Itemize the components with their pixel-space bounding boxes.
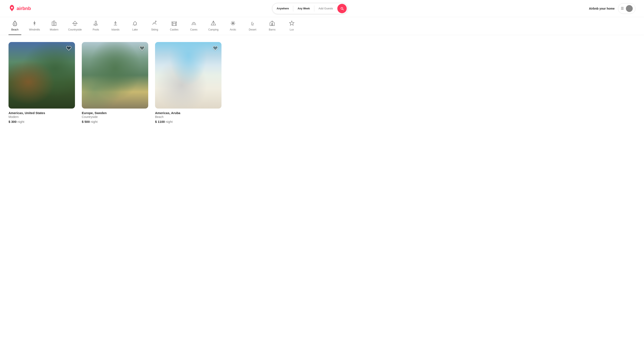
category-label-pools: Pools: [93, 28, 99, 31]
listing-price: $ 1100 night: [155, 120, 222, 123]
arctic-icon: [230, 21, 236, 27]
category-item-modern[interactable]: Modern: [48, 17, 60, 35]
category-label-camping: Camping: [208, 28, 218, 31]
category-item-pools[interactable]: Pools: [90, 17, 102, 35]
svg-rect-3: [52, 22, 54, 26]
category-item-lake[interactable]: Lake: [129, 17, 142, 35]
listing-type: Modern: [8, 115, 75, 119]
category-item-windmills[interactable]: Windmills: [28, 17, 41, 35]
listing-type: Countryside: [82, 115, 148, 119]
category-item-lux[interactable]: Lux: [285, 17, 298, 35]
category-label-windmills: Windmills: [29, 28, 40, 31]
category-label-islands: Islands: [112, 28, 120, 31]
svg-marker-21: [290, 21, 294, 25]
category-label-barns: Barns: [269, 28, 275, 31]
pools-icon: [93, 21, 98, 27]
listing-price: $ 500 night: [82, 120, 148, 123]
category-label-caves: Caves: [190, 28, 198, 31]
beach-icon: [12, 21, 18, 27]
price-unit: night: [91, 120, 98, 123]
category-label-skiing: Skiing: [151, 28, 158, 31]
week-label: Any Week: [298, 7, 310, 10]
host-link[interactable]: Airbnb your home: [589, 7, 614, 10]
user-avatar: [626, 5, 633, 12]
listing-price: $ 300 night: [8, 120, 75, 123]
heart-icon: [66, 45, 72, 51]
airbnb-logo-icon: [8, 5, 15, 12]
anywhere-label: Anywhere: [277, 7, 289, 10]
category-item-barns[interactable]: Barns: [266, 17, 278, 35]
desert-icon: [250, 21, 255, 27]
category-label-lux: Lux: [290, 28, 294, 31]
category-item-camping[interactable]: Camping: [207, 17, 220, 35]
category-item-islands[interactable]: Islands: [109, 17, 122, 35]
category-label-arctic: Arctic: [230, 28, 236, 31]
category-label-castles: Castles: [170, 28, 178, 31]
menu-user-button[interactable]: ☰: [618, 3, 636, 14]
price-amount: $ 1100: [155, 120, 165, 123]
category-label-modern: Modern: [50, 28, 58, 31]
category-item-castles[interactable]: Castles: [168, 17, 180, 35]
wishlist-button[interactable]: [212, 45, 219, 53]
logo[interactable]: airbnb: [8, 5, 31, 12]
wishlist-button[interactable]: [138, 45, 146, 53]
search-anywhere[interactable]: Anywhere: [272, 3, 293, 14]
heart-icon: [212, 45, 218, 51]
search-week[interactable]: Any Week: [293, 3, 314, 14]
category-label-desert: Desert: [249, 28, 256, 31]
svg-rect-7: [74, 24, 76, 26]
listing-card-3[interactable]: Americas, Aruba Beach $ 1100 night: [155, 42, 222, 123]
listing-image-wrap: [155, 42, 222, 109]
svg-rect-11: [173, 23, 176, 26]
listing-info: Americas, Aruba Beach $ 1100 night: [155, 111, 222, 123]
header: airbnb Anywhere Any Week Add Guests Airb…: [0, 0, 644, 17]
header-right: Airbnb your home ☰: [589, 3, 636, 14]
listing-location: Europe, Sweden: [82, 111, 148, 115]
price-amount: $ 500: [82, 120, 90, 123]
price-unit: night: [18, 120, 24, 123]
listing-location: Americas, United States: [8, 111, 75, 115]
listing-image-wrap: [8, 42, 75, 109]
category-label-beach: Beach: [11, 28, 18, 31]
search-icon: [340, 7, 344, 11]
svg-rect-5: [55, 22, 56, 26]
listing-info: Americas, United States Modern $ 300 nig…: [8, 111, 75, 123]
svg-point-8: [155, 21, 156, 22]
logo-text: airbnb: [16, 6, 31, 11]
listings-grid: Americas, United States Modern $ 300 nig…: [8, 42, 222, 123]
camping-icon: [210, 21, 216, 27]
listing-location: Americas, Aruba: [155, 111, 222, 115]
category-nav: Beach Windmills Modern Countryside Pools…: [0, 17, 644, 35]
category-label-lake: Lake: [132, 28, 138, 31]
category-item-desert[interactable]: Desert: [246, 17, 259, 35]
search-guests[interactable]: Add Guests: [314, 3, 337, 14]
windmills-icon: [32, 21, 37, 27]
lux-icon: [289, 21, 294, 27]
listing-card-2[interactable]: Europe, Sweden Countryside $ 500 night: [82, 42, 148, 123]
category-label-countryside: Countryside: [68, 28, 82, 31]
islands-icon: [113, 21, 118, 27]
listing-type: Beach: [155, 115, 222, 119]
skiing-icon: [152, 21, 158, 27]
price-amount: $ 300: [8, 120, 16, 123]
hamburger-icon: ☰: [621, 7, 624, 11]
svg-marker-6: [72, 21, 77, 24]
modern-icon: [51, 21, 57, 27]
category-item-caves[interactable]: Caves: [188, 17, 200, 35]
avatar-icon: [626, 6, 632, 12]
category-item-skiing[interactable]: Skiing: [148, 17, 161, 35]
search-bar: Anywhere Any Week Add Guests: [272, 3, 348, 14]
category-item-countryside[interactable]: Countryside: [67, 17, 83, 35]
countryside-icon: [72, 21, 78, 27]
listing-card-1[interactable]: Americas, United States Modern $ 300 nig…: [8, 42, 75, 123]
listing-info: Europe, Sweden Countryside $ 500 night: [82, 111, 148, 123]
category-item-beach[interactable]: Beach: [8, 17, 21, 35]
wishlist-button[interactable]: [65, 45, 72, 53]
main-content: Americas, United States Modern $ 300 nig…: [0, 35, 644, 130]
lake-icon: [132, 21, 138, 27]
category-item-arctic[interactable]: Arctic: [226, 17, 239, 35]
price-unit: night: [166, 120, 173, 123]
guests-label: Add Guests: [318, 7, 333, 10]
search-button[interactable]: [337, 4, 347, 13]
castles-icon: [172, 21, 177, 27]
